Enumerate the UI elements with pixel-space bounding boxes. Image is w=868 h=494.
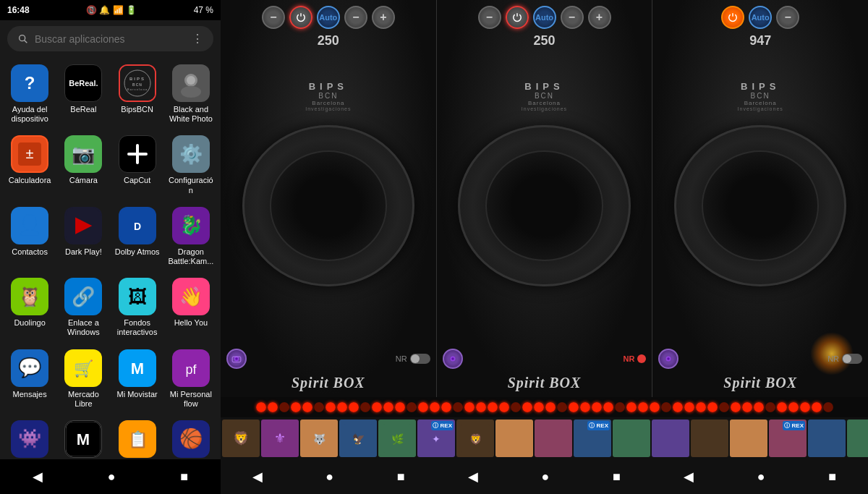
home-button[interactable]: ● xyxy=(96,464,127,490)
led-18 xyxy=(453,402,463,412)
thumb-6[interactable]: ✦ ⓘ REX xyxy=(417,420,455,457)
thumb-6-badge: ⓘ REX xyxy=(431,421,454,430)
app-ayuda[interactable]: ? Ayuda del dispositivo xyxy=(4,60,55,128)
sb-back-btn-2[interactable]: ◀ xyxy=(456,463,490,490)
led-7 xyxy=(326,402,336,412)
app-bwphoto[interactable]: Black and White Photo xyxy=(166,60,216,128)
thumb-3[interactable]: 🐺 xyxy=(300,420,338,457)
app-copy[interactable]: 📋 xyxy=(112,416,163,459)
sb2-vol-minus-button[interactable]: − xyxy=(561,6,584,29)
sb-recent-btn-1[interactable]: ■ xyxy=(386,464,417,490)
led-46 xyxy=(777,402,787,412)
sb3-number: 947 xyxy=(652,33,868,48)
led-31 xyxy=(603,402,613,412)
app-contacts[interactable]: 👤 Contactos xyxy=(4,203,55,271)
app-personal[interactable]: pf Mi Personal flow xyxy=(166,345,216,413)
thumb-1[interactable]: 🦁 xyxy=(222,420,260,457)
sb3-auto-button[interactable]: Auto xyxy=(749,6,772,29)
sb1-camera-button[interactable] xyxy=(226,349,247,369)
thumb-11[interactable] xyxy=(613,420,650,457)
thumb-13[interactable] xyxy=(691,420,728,457)
recent-button[interactable]: ■ xyxy=(169,464,200,490)
app-bipsbcn[interactable]: BIPS BCN Barcelona BipsBCN xyxy=(112,60,163,128)
sb-recent-btn-2[interactable]: ■ xyxy=(601,464,632,490)
led-34 xyxy=(638,402,648,412)
sb-recent-btn-3[interactable]: ■ xyxy=(817,464,848,490)
sb1-vol-minus-button[interactable]: − xyxy=(344,6,367,29)
app-calculadora[interactable]: ± Calculadora xyxy=(4,131,55,199)
search-input[interactable] xyxy=(35,33,186,45)
svg-point-0 xyxy=(20,35,25,41)
sb3-camera-button[interactable] xyxy=(658,349,678,369)
back-button[interactable]: ◀ xyxy=(21,463,54,490)
sb2-auto-button[interactable]: Auto xyxy=(533,6,556,29)
app-bereal[interactable]: BeReal. BeReal xyxy=(58,60,109,128)
thumb-2[interactable]: ⚜ xyxy=(261,420,299,457)
app-config[interactable]: ⚙️ Configuración xyxy=(166,131,216,199)
led-2 xyxy=(268,402,278,412)
app-label-movistar: Mi Movistar xyxy=(117,390,158,399)
app-dragon[interactable]: 🐉 Dragon Battle:Kam... xyxy=(166,203,216,271)
app-nba[interactable]: 🏀 xyxy=(166,416,216,459)
led-47 xyxy=(788,402,799,412)
thumb-10[interactable]: ⓘ REX xyxy=(574,420,611,457)
sb2-minus-button[interactable]: − xyxy=(478,6,501,29)
thumb-12[interactable] xyxy=(652,420,689,457)
sb3-power-button[interactable] xyxy=(721,6,744,29)
spirit-box-1: − Auto − + 250 BIPS B xyxy=(221,0,437,397)
sb2-vol-plus-button[interactable]: + xyxy=(588,6,611,29)
sb-home-btn-3[interactable]: ● xyxy=(746,464,777,490)
app-icon-movistar: M xyxy=(119,349,156,387)
thumb-4[interactable]: 🦅 xyxy=(339,420,377,457)
search-bar[interactable]: ⋮ xyxy=(7,26,213,51)
app-enlace[interactable]: 🔗 Enlace a Windows xyxy=(58,273,109,341)
svg-text:Barcelona: Barcelona xyxy=(127,88,147,91)
thumb-7[interactable]: 🦁 xyxy=(456,420,494,457)
thumb-14[interactable] xyxy=(730,420,767,457)
sb1-minus-button[interactable]: − xyxy=(262,6,285,29)
app-capcut[interactable]: CapCut xyxy=(112,131,163,199)
sb1-vol-plus-button[interactable]: + xyxy=(372,6,395,29)
app-darkplay[interactable]: ▶ Dark Play! xyxy=(58,203,109,271)
app-dolby[interactable]: D Dolby Atmos xyxy=(112,203,163,271)
sb1-nr-toggle[interactable] xyxy=(410,354,430,364)
thumb-9[interactable] xyxy=(535,420,572,457)
svg-text:⚜: ⚜ xyxy=(274,431,286,446)
svg-text:BCN: BCN xyxy=(132,82,142,87)
app-duolingo[interactable]: 🦉 Duolingo xyxy=(4,273,55,341)
app-camera[interactable]: 📷 Cámara xyxy=(58,131,109,199)
search-menu-icon[interactable]: ⋮ xyxy=(192,32,203,46)
sb3-nr-toggle[interactable] xyxy=(842,354,862,364)
sb3-vol-minus-button[interactable]: − xyxy=(776,6,799,29)
app-mercado[interactable]: 🛒 Mercado Libre xyxy=(58,345,109,413)
thumb-16[interactable] xyxy=(808,420,846,457)
app-fondos[interactable]: 🖼 Fondos interactivos xyxy=(112,273,163,341)
sb-back-btn-3[interactable]: ◀ xyxy=(672,463,705,490)
sb2-camera-button[interactable] xyxy=(443,349,463,369)
app-label-duolingo: Duolingo xyxy=(14,318,45,328)
app-hello[interactable]: 👋 Hello You xyxy=(166,273,216,341)
app-motorola[interactable]: M xyxy=(58,416,109,459)
led-48 xyxy=(800,402,810,412)
sb-back-btn-1[interactable]: ◀ xyxy=(241,463,274,490)
sb1-power-button[interactable] xyxy=(289,6,312,29)
led-3 xyxy=(279,402,289,412)
sb1-auto-button[interactable]: Auto xyxy=(317,6,340,29)
svg-text:M: M xyxy=(130,359,143,378)
thumb-8[interactable] xyxy=(495,420,533,457)
app-icon-enlace: 🔗 xyxy=(64,278,102,315)
svg-text:D: D xyxy=(134,221,141,232)
app-mensajes[interactable]: 💬 Mensajes xyxy=(4,345,55,413)
sb2-power-button[interactable] xyxy=(506,6,529,29)
sb-home-btn-2[interactable]: ● xyxy=(530,464,561,490)
sb-home-btn-1[interactable]: ● xyxy=(314,464,345,490)
app-movistar[interactable]: M Mi Movistar xyxy=(112,345,163,413)
thumb-5[interactable]: 🌿 xyxy=(378,420,416,457)
app-icon-camera: 📷 xyxy=(64,135,102,173)
led-11 xyxy=(372,402,382,412)
thumb-15[interactable]: ⓘ REX xyxy=(769,420,807,457)
thumb-17[interactable] xyxy=(847,420,868,457)
app-icon-mensajes: 💬 xyxy=(11,349,48,387)
led-40 xyxy=(707,402,718,412)
app-alien[interactable]: 👾 xyxy=(4,416,55,459)
